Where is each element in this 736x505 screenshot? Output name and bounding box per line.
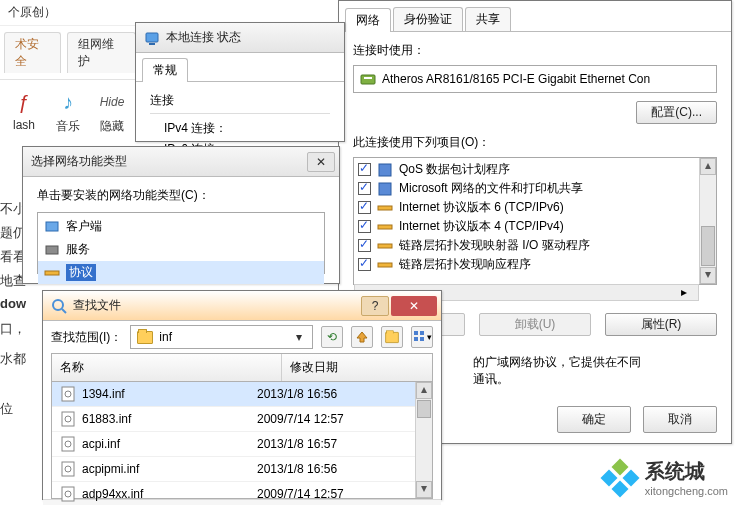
flash-icon: ƒ — [10, 88, 38, 116]
scroll-thumb[interactable] — [417, 400, 431, 418]
chevron-down-icon[interactable]: ▾ — [292, 330, 306, 344]
connection-status-window: 本地连接 状态 常规 连接 IPv4 连接： IPv6 连接： — [135, 22, 345, 142]
svg-rect-7 — [378, 263, 392, 267]
back-button[interactable]: ⟲ — [321, 326, 343, 348]
scope-value: inf — [159, 330, 172, 344]
scrollbar[interactable]: ▴ ▾ — [415, 382, 432, 498]
net-item[interactable]: 链路层拓扑发现响应程序 — [354, 255, 699, 274]
type-item-protocol[interactable]: 协议 — [38, 261, 324, 284]
svg-rect-23 — [62, 437, 74, 451]
close-button[interactable]: ✕ — [391, 296, 437, 316]
net-item[interactable]: 链路层拓扑发现映射器 I/O 驱动程序 — [354, 236, 699, 255]
bg-tab-groupmaint[interactable]: 组网维护 — [67, 32, 136, 73]
file-row[interactable]: 1394.inf 2013/1/8 16:56 — [52, 382, 415, 406]
scroll-thumb[interactable] — [701, 226, 715, 266]
ok-button[interactable]: 确定 — [557, 406, 631, 433]
titlebar[interactable]: 本地连接 状态 — [136, 23, 344, 53]
svg-rect-10 — [46, 222, 58, 231]
bg-trunc-text: 位 — [0, 400, 13, 418]
checkbox-icon[interactable] — [358, 201, 371, 214]
protocol-icon — [377, 200, 393, 216]
svg-rect-18 — [420, 337, 424, 341]
svg-rect-27 — [62, 487, 74, 501]
col-date-header[interactable]: 修改日期 — [282, 354, 432, 381]
bg-tab-security[interactable]: 术安全 — [4, 32, 61, 73]
checkbox-icon[interactable] — [358, 163, 371, 176]
inf-file-icon — [60, 411, 76, 427]
network-icon — [144, 30, 160, 46]
bg-trunc-text: 口， — [0, 320, 26, 338]
file-row[interactable]: acpi.inf 2013/1/8 16:57 — [52, 431, 415, 456]
svg-rect-3 — [379, 183, 391, 195]
tab-general[interactable]: 常规 — [142, 58, 188, 82]
help-button[interactable]: ? — [361, 296, 389, 316]
new-folder-button[interactable] — [381, 326, 403, 348]
type-item-client[interactable]: 客户端 — [38, 215, 324, 238]
bg-text: 个原创） — [0, 0, 140, 26]
tab-network[interactable]: 网络 — [345, 8, 391, 32]
background-app-fragment: 个原创） 术安全 组网维护 ƒ lash ♪ 音乐 Hide 隐藏 — [0, 0, 140, 143]
svg-rect-11 — [46, 246, 58, 254]
prompt-label: 单击要安装的网络功能类型(C)： — [37, 187, 210, 204]
tab-share[interactable]: 共享 — [465, 7, 511, 31]
scope-combobox[interactable]: inf ▾ — [130, 325, 313, 349]
col-name-header[interactable]: 名称 — [52, 354, 282, 381]
cancel-button[interactable]: 取消 — [643, 406, 717, 433]
svg-rect-19 — [62, 387, 74, 401]
svg-rect-5 — [378, 225, 392, 229]
ipv4-label: IPv4 连接： — [150, 120, 330, 137]
scrollbar[interactable]: ▴ ▾ — [699, 158, 716, 284]
net-item[interactable]: Internet 协议版本 4 (TCP/IPv4) — [354, 217, 699, 236]
file-row[interactable]: acpipmi.inf 2013/1/8 16:56 — [52, 456, 415, 481]
titlebar[interactable]: 选择网络功能类型 ✕ — [23, 147, 339, 177]
svg-point-13 — [53, 300, 63, 310]
svg-rect-1 — [364, 77, 372, 79]
watermark: 系统城 xitongcheng.com — [603, 458, 728, 497]
svg-rect-9 — [149, 43, 155, 45]
svg-rect-21 — [62, 412, 74, 426]
file-row[interactable]: 61883.inf 2009/7/14 12:57 — [52, 406, 415, 431]
view-button[interactable]: ▾ — [411, 326, 433, 348]
bg-icon-music[interactable]: ♪ 音乐 — [54, 88, 82, 135]
scroll-down-icon[interactable]: ▾ — [700, 267, 716, 284]
net-item[interactable]: Internet 协议版本 6 (TCP/IPv6) — [354, 198, 699, 217]
bg-trunc-text: dow — [0, 296, 26, 311]
window-title: 本地连接 状态 — [166, 29, 340, 46]
connect-using-label: 连接时使用： — [353, 42, 425, 59]
scroll-right-icon[interactable]: ▸ — [681, 285, 698, 300]
properties-button[interactable]: 属性(R) — [605, 313, 717, 336]
checkbox-icon[interactable] — [358, 220, 371, 233]
titlebar[interactable]: 查找文件 ? ✕ — [43, 291, 441, 321]
window-title: 查找文件 — [73, 297, 359, 314]
scroll-up-icon[interactable]: ▴ — [700, 158, 716, 175]
configure-button[interactable]: 配置(C)... — [636, 101, 717, 124]
bg-icon-flash[interactable]: ƒ lash — [10, 88, 38, 135]
folder-icon — [137, 329, 153, 345]
watermark-url: xitongcheng.com — [645, 485, 728, 497]
connection-section-label: 连接 — [150, 92, 174, 109]
find-file-window: 查找文件 ? ✕ 查找范围(I)： inf ▾ ⟲ ▾ 名称 修改日期 — [42, 290, 442, 500]
net-item[interactable]: Microsoft 网络的文件和打印机共享 — [354, 179, 699, 198]
component-icon — [377, 162, 393, 178]
bg-icon-hide[interactable]: Hide 隐藏 — [98, 88, 126, 135]
checkbox-icon[interactable] — [358, 258, 371, 271]
svg-rect-25 — [62, 462, 74, 476]
inf-file-icon — [60, 486, 76, 502]
close-button[interactable]: ✕ — [307, 152, 335, 172]
scroll-down-icon[interactable]: ▾ — [416, 481, 432, 498]
service-icon — [44, 242, 60, 258]
protocol-icon — [377, 257, 393, 273]
tab-auth[interactable]: 身份验证 — [393, 7, 463, 31]
file-row[interactable]: adp94xx.inf 2009/7/14 12:57 — [52, 481, 415, 505]
uninstall-button[interactable]: 卸载(U) — [479, 313, 591, 336]
checkbox-icon[interactable] — [358, 182, 371, 195]
type-item-service[interactable]: 服务 — [38, 238, 324, 261]
checkbox-icon[interactable] — [358, 239, 371, 252]
scope-label: 查找范围(I)： — [51, 329, 122, 346]
svg-rect-4 — [378, 206, 392, 210]
nic-icon — [360, 71, 376, 87]
net-item[interactable]: QoS 数据包计划程序 — [354, 160, 699, 179]
up-button[interactable] — [351, 326, 373, 348]
svg-rect-17 — [414, 337, 418, 341]
scroll-up-icon[interactable]: ▴ — [416, 382, 432, 399]
